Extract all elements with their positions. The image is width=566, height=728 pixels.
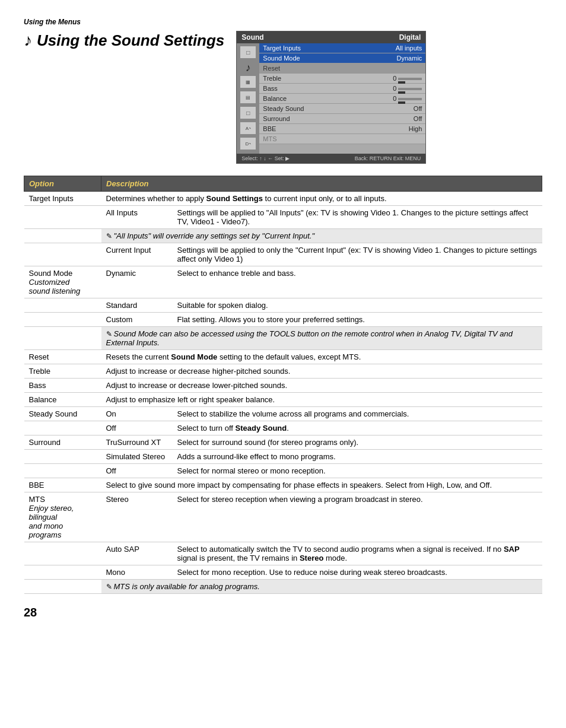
tv-icon-sound: ♪: [240, 61, 256, 74]
page-title-text: Using the Sound Settings: [37, 31, 224, 50]
tv-row-label: Treble: [263, 75, 281, 82]
desc-cell: Adjust to emphasize left or right speake…: [101, 393, 542, 407]
option-cell: [24, 206, 101, 229]
tv-menu-row-steady-sound: Steady Sound Off: [259, 104, 425, 114]
table-row: Balance Adjust to emphasize left or righ…: [24, 393, 542, 407]
option-cell: [24, 542, 101, 565]
option-cell: Surround: [24, 435, 101, 450]
option-cell: Bass: [24, 379, 101, 393]
tv-row-label: Sound Mode: [263, 55, 300, 62]
table-row: Reset Resets the current Sound Mode sett…: [24, 350, 542, 364]
sub-cell: Off: [101, 421, 173, 435]
table-row: MTSEnjoy stereo, bilingualand mono progr…: [24, 492, 542, 542]
tv-row-label: Steady Sound: [263, 105, 304, 112]
option-cell: BBE: [24, 478, 101, 492]
tv-row-label: Bass: [263, 85, 277, 92]
tv-footer-right: Back: RETURN Exit: MENU: [355, 155, 421, 161]
tv-icon-blank1: □: [240, 106, 256, 119]
tv-menu-header-right: Digital: [399, 33, 421, 42]
desc-cell: Select to automatically switch the TV to…: [173, 542, 542, 565]
desc-cell: Flat setting. Allows you to store your p…: [173, 313, 542, 327]
note-cell: ✎MTS is only available for analog progra…: [101, 580, 542, 594]
sub-cell: All Inputs: [101, 206, 173, 229]
tv-menu-row-balance: Balance 0: [259, 94, 425, 104]
table-row: Standard Suitable for spoken dialog.: [24, 298, 542, 313]
table-row: Surround TruSurround XT Select for surro…: [24, 435, 542, 450]
sub-cell: Standard: [101, 298, 173, 313]
desc-cell: Select for stereo reception when viewing…: [173, 492, 542, 542]
desc-cell: Adjust to increase or decrease higher-pi…: [101, 364, 542, 379]
desc-cell: Settings will be applied to only the "Cu…: [173, 243, 542, 266]
table-row: Auto SAP Select to automatically switch …: [24, 542, 542, 565]
table-row: Off Select for normal stereo or mono rec…: [24, 464, 542, 478]
desc-cell: Suitable for spoken dialog.: [173, 298, 542, 313]
tv-row-label: Target Inputs: [263, 44, 301, 52]
sub-cell: Off: [101, 464, 173, 478]
sub-cell: Custom: [101, 313, 173, 327]
desc-cell: Select to enhance treble and bass.: [173, 266, 542, 298]
tv-icon-d: D ˞: [240, 137, 256, 150]
tv-row-value: High: [409, 125, 422, 132]
table-row-note: ✎"All Inputs" will override any settings…: [24, 229, 542, 243]
sub-cell: Auto SAP: [101, 542, 173, 565]
col-option-header: Option: [24, 176, 101, 192]
option-cell: [24, 229, 101, 243]
tv-row-value: 0: [393, 95, 422, 102]
tv-row-value: 0: [393, 85, 422, 92]
table-row: BBE Select to give sound more impact by …: [24, 478, 542, 492]
tv-row-value: 0: [393, 75, 422, 82]
sub-cell: Mono: [101, 565, 173, 580]
sub-cell: Dynamic: [101, 266, 173, 298]
table-row: Current Input Settings will be applied t…: [24, 243, 542, 266]
col-desc-header: Description: [101, 176, 542, 192]
tv-row-label: Balance: [263, 95, 287, 102]
sub-cell: Stereo: [101, 492, 173, 542]
option-cell: Reset: [24, 350, 101, 364]
option-cell: [24, 464, 101, 478]
note-cell: ✎Sound Mode can also be accessed using t…: [101, 327, 542, 350]
desc-cell: Adds a surround-like effect to mono prog…: [173, 450, 542, 464]
tv-menu-icons: □ ♪ ▦ ▤ □ A ˞ D ˞: [237, 43, 259, 154]
option-cell: [24, 421, 101, 435]
tv-icon-picture: □: [240, 46, 256, 59]
table-row: Bass Adjust to increase or decrease lowe…: [24, 379, 542, 393]
option-cell: Treble: [24, 364, 101, 379]
desc-cell: Resets the current Sound Mode setting to…: [101, 350, 542, 364]
option-cell: MTSEnjoy stereo, bilingualand mono progr…: [24, 492, 101, 542]
tv-menu-header-left: Sound: [241, 33, 263, 42]
option-cell: [24, 580, 101, 594]
table-row: Target Inputs Determines whether to appl…: [24, 192, 542, 206]
tv-menu-screenshot: Sound Digital □ ♪ ▦ ▤ □ A ˞ D ˞ Target I…: [236, 31, 426, 164]
page-title: ♪ Using the Sound Settings: [24, 31, 224, 50]
option-cell: [24, 565, 101, 580]
option-cell: [24, 327, 101, 350]
tv-menu-footer: Select: ↑ ↓ ← Set: ▶ Back: RETURN Exit: …: [237, 154, 425, 163]
tv-icon-channel: ▦: [240, 75, 256, 88]
main-table: Option Description Target Inputs Determi…: [24, 176, 542, 594]
tv-icon-a: A ˞: [240, 122, 256, 135]
tv-row-label: MTS: [263, 135, 276, 142]
music-note-icon: ♪: [24, 31, 32, 50]
table-row: Off Select to turn off Steady Sound.: [24, 421, 542, 435]
tv-menu-row-bbe: BBE High: [259, 124, 425, 134]
tv-menu-row-target-inputs: Target Inputs All inputs: [259, 43, 425, 53]
tv-menu-row-sound-mode: Sound Mode Dynamic: [259, 53, 425, 63]
tv-menu-row-bass: Bass 0: [259, 84, 425, 94]
sub-cell: Simulated Stereo: [101, 450, 173, 464]
table-row-note: ✎MTS is only available for analog progra…: [24, 580, 542, 594]
table-row: All Inputs Settings will be applied to "…: [24, 206, 542, 229]
note-cell: ✎"All Inputs" will override any settings…: [101, 229, 542, 243]
option-cell: Sound ModeCustomizedsound listening: [24, 266, 101, 298]
page-number: 28: [24, 606, 542, 619]
tv-menu-content: Target Inputs All inputs Sound Mode Dyna…: [259, 43, 425, 154]
sub-cell: Current Input: [101, 243, 173, 266]
desc-cell: Determines whether to apply Sound Settin…: [101, 192, 542, 206]
desc-cell: Select to turn off Steady Sound.: [173, 421, 542, 435]
tv-footer-left: Select: ↑ ↓ ← Set: ▶: [241, 155, 290, 161]
option-cell: Target Inputs: [24, 192, 101, 206]
option-cell: [24, 298, 101, 313]
tv-menu-row-reset: Reset: [259, 63, 425, 74]
table-row-note: ✎Sound Mode can also be accessed using t…: [24, 327, 542, 350]
tv-row-label: Reset: [263, 65, 280, 72]
using-menus-label: Using the Menus: [24, 18, 542, 26]
